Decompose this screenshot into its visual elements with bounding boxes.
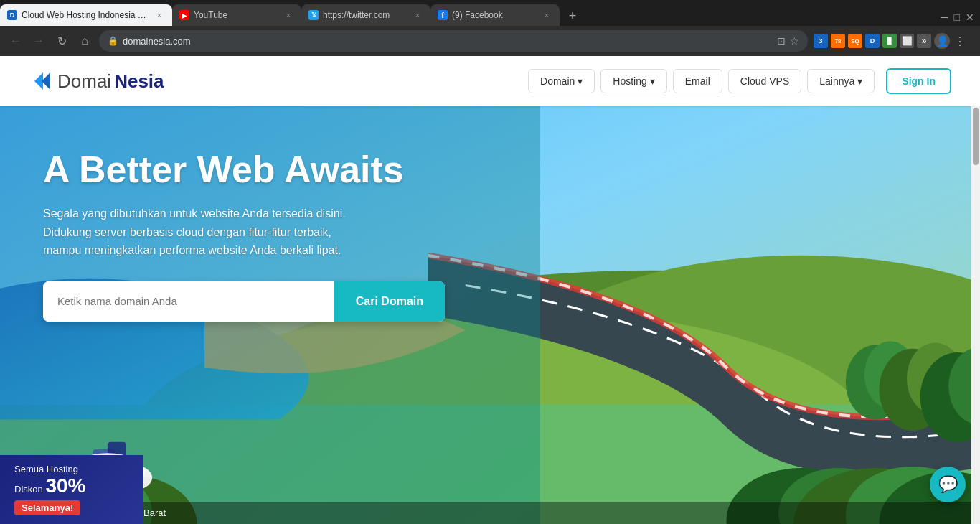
chat-widget[interactable]: 💬 [930, 467, 966, 502]
extension-2[interactable]: 78 [831, 34, 845, 48]
address-bar[interactable]: 🔒 domainesia.com ⊡ ☆ [99, 30, 808, 52]
browser-chrome: D Cloud Web Hosting Indonesia Te... × ▶ … [0, 0, 980, 56]
promo-banner[interactable]: Semua Hosting Diskon 30% Selamanya! [0, 455, 143, 524]
favicon-youtube: ▶ [179, 10, 189, 20]
browser-menu[interactable]: ⋮ [953, 34, 967, 48]
tab-title-domainesia: Cloud Web Hosting Indonesia Te... [22, 10, 149, 20]
scrollbar-thumb[interactable] [973, 108, 979, 165]
profile-avatar[interactable]: 👤 [934, 33, 950, 49]
cast-icon[interactable]: ⊡ [777, 35, 786, 47]
close-button[interactable]: ✕ [966, 11, 974, 23]
logo-text-normal: Domai [57, 70, 111, 93]
nav-domain[interactable]: Domain ▾ [528, 69, 595, 93]
extension-4[interactable]: D [865, 34, 880, 48]
minimize-button[interactable]: ─ [941, 11, 948, 23]
tab-title-facebook: (9) Facebook [452, 10, 537, 20]
tab-domainesia[interactable]: D Cloud Web Hosting Indonesia Te... × [0, 4, 172, 26]
promo-badge[interactable]: Selamanya! [14, 500, 80, 515]
scrollbar[interactable] [971, 106, 980, 524]
extension-3[interactable]: SQ [848, 34, 862, 48]
nav-cloud-vps[interactable]: Cloud VPS [728, 69, 801, 93]
promo-discount-value: 30% [45, 474, 85, 497]
search-box: Cari Domain [43, 281, 445, 322]
reload-button[interactable]: ↻ [53, 34, 70, 48]
favicon-domainesia: D [7, 10, 17, 20]
domain-search-input[interactable] [43, 281, 334, 322]
extension-arrow[interactable]: » [917, 34, 931, 48]
bookmark-icon[interactable]: ☆ [790, 35, 799, 47]
tab-title-youtube: YouTube [194, 10, 278, 20]
tab-title-twitter: https://twitter.com [323, 10, 407, 20]
nav-hosting[interactable]: Hosting ▾ [600, 69, 666, 93]
forward-button[interactable]: → [30, 34, 47, 47]
tab-bar: D Cloud Web Hosting Indonesia Te... × ▶ … [0, 0, 980, 26]
favicon-facebook: f [438, 10, 448, 20]
hero-content: A Better Web Awaits Segala yang dibutuhk… [0, 106, 502, 322]
chat-icon: 💬 [938, 475, 958, 494]
tab-close-facebook[interactable]: × [541, 9, 552, 21]
window-controls: ─ □ ✕ [936, 11, 980, 26]
new-tab-button[interactable]: + [562, 6, 583, 26]
nav-email[interactable]: Email [673, 69, 722, 93]
promo-discount-prefix: Diskon [14, 484, 43, 495]
website-content: DomaiNesia Domain ▾ Hosting ▾ Email Clou… [0, 56, 980, 524]
tab-twitter[interactable]: 𝕏 https://twitter.com × [301, 4, 430, 26]
back-button[interactable]: ← [7, 34, 24, 47]
logo[interactable]: DomaiNesia [29, 68, 164, 94]
tab-facebook[interactable]: f (9) Facebook × [430, 4, 560, 26]
lock-icon: 🔒 [108, 36, 118, 46]
extension-1[interactable]: 3 [814, 34, 828, 48]
hero-section: A Better Web Awaits Segala yang dibutuhk… [0, 106, 980, 524]
site-nav: DomaiNesia Domain ▾ Hosting ▾ Email Clou… [0, 56, 980, 106]
home-button[interactable]: ⌂ [76, 34, 93, 47]
tab-close-domainesia[interactable]: × [154, 9, 165, 21]
logo-text-bold: Nesia [114, 70, 164, 93]
address-bar-row: ← → ↻ ⌂ 🔒 domainesia.com ⊡ ☆ 3 78 SQ D ▊… [0, 26, 980, 56]
promo-discount: Diskon 30% [14, 474, 129, 497]
extension-puzzle[interactable]: ⬜ [900, 34, 914, 48]
url-text: domainesia.com [123, 36, 773, 47]
nav-menu: Domain ▾ Hosting ▾ Email Cloud VPS Lainn… [528, 68, 951, 94]
sign-in-button[interactable]: Sign In [886, 68, 951, 94]
logo-icon [29, 68, 55, 94]
location-bar: 📍 Mandalika, Nusa Tenggara Barat [0, 502, 980, 524]
tab-close-youtube[interactable]: × [283, 9, 294, 21]
tab-bar-left: D Cloud Web Hosting Indonesia Te... × ▶ … [0, 4, 936, 26]
cari-domain-button[interactable]: Cari Domain [334, 281, 445, 322]
tab-close-twitter[interactable]: × [412, 9, 423, 21]
hero-title: A Better Web Awaits [43, 149, 459, 190]
promo-title: Semua Hosting [14, 464, 129, 474]
maximize-button[interactable]: □ [954, 11, 960, 23]
nav-lainnya[interactable]: Lainnya ▾ [807, 69, 875, 93]
tab-youtube[interactable]: ▶ YouTube × [172, 4, 301, 26]
favicon-twitter: 𝕏 [308, 10, 319, 20]
extensions-area: 3 78 SQ D ▊ ⬜ » 👤 ⋮ [814, 33, 973, 49]
extension-5[interactable]: ▊ [882, 34, 897, 48]
hero-subtitle: Segala yang dibutuhkan untuk website And… [43, 205, 459, 260]
